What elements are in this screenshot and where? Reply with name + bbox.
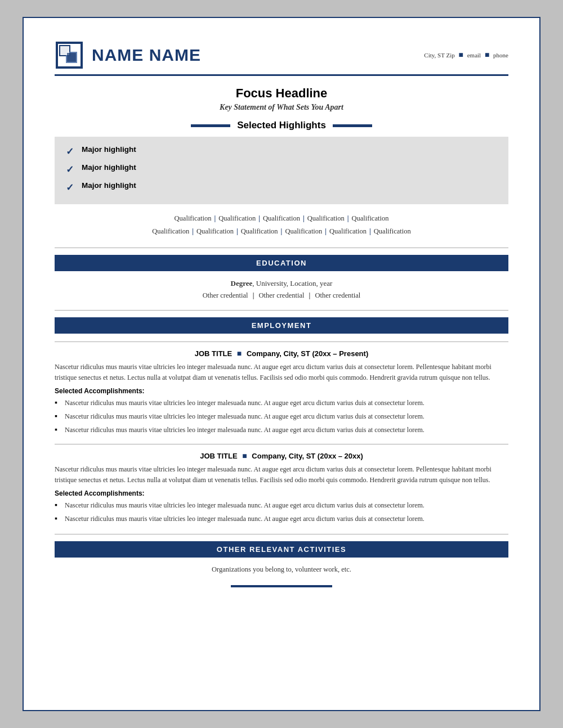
contact-info: City, ST Zip ■ email ■ phone — [424, 51, 508, 60]
education-header: EDUCATION — [55, 255, 508, 271]
highlight-text: Major highlight — [82, 181, 136, 190]
svg-rect-4 — [67, 53, 76, 62]
accomplishment-text: Nascetur ridiculus mus mauris vitae ultr… — [65, 500, 425, 510]
degree-line: Degree, University, Location, year — [55, 279, 508, 288]
degree-details: University, Location, year — [256, 279, 333, 287]
bottom-bar-container — [55, 585, 508, 587]
qual-sep: | — [236, 227, 238, 235]
qual-sep: | — [215, 214, 216, 222]
other-relevant-header: OTHER RELEVANT ACTIVITIES — [55, 541, 508, 558]
job-title-line: JOB TITLE ■ Company, City, ST (20xx – Pr… — [55, 349, 508, 358]
qual-sep: | — [303, 214, 305, 222]
job-entry: JOB TITLE ■ Company, City, ST (20xx – 20… — [55, 444, 508, 524]
qualifications: Qualification|Qualification|Qualificatio… — [55, 212, 508, 237]
sep2: ■ — [485, 51, 489, 59]
header-divider — [55, 74, 508, 76]
qual-sep: | — [258, 214, 260, 222]
qual-sep: | — [347, 214, 349, 222]
qual-row-1: Qualification|Qualification|Qualificatio… — [55, 212, 508, 225]
credential-3: Other credential — [315, 291, 360, 299]
section-divider — [55, 310, 508, 311]
employment-header: EMPLOYMENT — [55, 317, 508, 334]
key-statement: Key Statement of What Sets You Apart — [55, 103, 508, 112]
job-title-line: JOB TITLE ■ Company, City, ST (20xx – 20… — [55, 451, 508, 460]
credential-1: Other credential — [203, 291, 248, 299]
city-state-zip: City, ST Zip — [424, 52, 454, 59]
qual-item: Qualification — [218, 214, 256, 222]
other-relevant-section: OTHER RELEVANT ACTIVITIES Organizations … — [55, 534, 508, 574]
qual-sep: | — [281, 227, 283, 235]
list-item: ▪ Nascetur ridiculus mus mauris vitae ul… — [55, 411, 508, 421]
header-left: NAME NAME — [55, 41, 201, 70]
sep1: ■ — [458, 51, 463, 59]
other-relevant-text: Organizations you belong to, volunteer w… — [55, 565, 508, 574]
accomplishment-text: Nascetur ridiculus mus mauris vitae ultr… — [65, 425, 425, 435]
qual-item: Qualification — [329, 227, 367, 235]
full-name: NAME NAME — [92, 46, 201, 65]
qual-sep: | — [369, 227, 371, 235]
job-company: Company, City, ST (20xx – 20xx) — [252, 452, 363, 460]
list-item: ✓ Major highlight — [66, 160, 497, 178]
cred-sep: | — [309, 291, 311, 299]
qual-item: Qualification — [307, 214, 345, 222]
section-divider — [55, 248, 508, 248]
list-item: ▪ Nascetur ridiculus mus mauris vitae ul… — [55, 425, 508, 435]
qual-item: Qualification — [152, 227, 189, 235]
bullet-icon: ▪ — [55, 398, 59, 407]
checkmark-icon: ✓ — [66, 182, 75, 194]
accomplishments-label: Selected Accomplishments: — [55, 387, 508, 395]
header: NAME NAME City, ST Zip ■ email ■ phone — [55, 41, 508, 70]
qual-sep: | — [325, 227, 327, 235]
employment-section: EMPLOYMENT JOB TITLE ■ Company, City, ST… — [55, 310, 508, 524]
job-description: Nascetur ridiculus mus mauris vitae ultr… — [55, 362, 508, 383]
highlight-text: Major highlight — [82, 145, 136, 154]
qual-sep: | — [192, 227, 194, 235]
checkmark-icon: ✓ — [66, 146, 75, 158]
qual-item: Qualification — [241, 227, 278, 235]
accomplishment-text: Nascetur ridiculus mus mauris vitae ultr… — [65, 398, 425, 408]
cred-sep: | — [253, 291, 254, 299]
credentials-line: Other credential | Other credential | Ot… — [55, 291, 508, 300]
checkmark-icon: ✓ — [66, 164, 75, 176]
qual-item: Qualification — [285, 227, 322, 235]
list-item: ▪ Nascetur ridiculus mus mauris vitae ul… — [55, 500, 508, 510]
section-divider — [55, 534, 508, 534]
highlights-line-left — [191, 124, 230, 127]
accomplishment-text: Nascetur ridiculus mus mauris vitae ultr… — [65, 514, 425, 524]
degree-bold: Degree — [231, 279, 253, 287]
bullet-icon: ▪ — [55, 514, 59, 523]
credential-2: Other credential — [259, 291, 305, 299]
qual-item: Qualification — [351, 214, 388, 222]
list-item: ▪ Nascetur ridiculus mus mauris vitae ul… — [55, 398, 508, 408]
list-item: ▪ Nascetur ridiculus mus mauris vitae ul… — [55, 514, 508, 524]
job-entry: JOB TITLE ■ Company, City, ST (20xx – Pr… — [55, 341, 508, 435]
list-item: ✓ Major highlight — [66, 142, 497, 160]
job-title-sep: ■ — [237, 349, 242, 358]
job-company: Company, City, ST (20xx – Present) — [247, 349, 368, 358]
bullet-icon: ▪ — [55, 412, 59, 421]
job-title-sep: ■ — [242, 451, 247, 460]
highlights-header: Selected Highlights — [55, 120, 508, 131]
education-section: EDUCATION Degree, University, Location, … — [55, 248, 508, 300]
qual-row-2: Qualification|Qualification|Qualificatio… — [55, 225, 508, 238]
bullet-icon: ▪ — [55, 425, 59, 434]
highlights-box: ✓ Major highlight ✓ Major highlight ✓ Ma… — [55, 137, 508, 204]
resume-page: NAME NAME City, ST Zip ■ email ■ phone F… — [23, 17, 540, 711]
job-divider — [55, 444, 508, 444]
highlights-title: Selected Highlights — [237, 120, 326, 131]
bullet-icon: ▪ — [55, 501, 59, 510]
highlight-text: Major highlight — [82, 163, 136, 172]
list-item: ✓ Major highlight — [66, 178, 497, 196]
email: email — [467, 52, 481, 59]
qual-item: Qualification — [175, 214, 212, 222]
job-title: JOB TITLE — [200, 452, 237, 460]
job-title: JOB TITLE — [195, 349, 232, 358]
qual-item: Qualification — [263, 214, 300, 222]
job-divider — [55, 341, 508, 342]
job-description: Nascetur ridiculus mus mauris vitae ultr… — [55, 464, 508, 485]
focus-headline: Focus Headline — [55, 86, 508, 101]
qual-item: Qualification — [196, 227, 234, 235]
phone: phone — [493, 52, 508, 59]
qual-item: Qualification — [374, 227, 411, 235]
bottom-bar — [231, 585, 332, 587]
